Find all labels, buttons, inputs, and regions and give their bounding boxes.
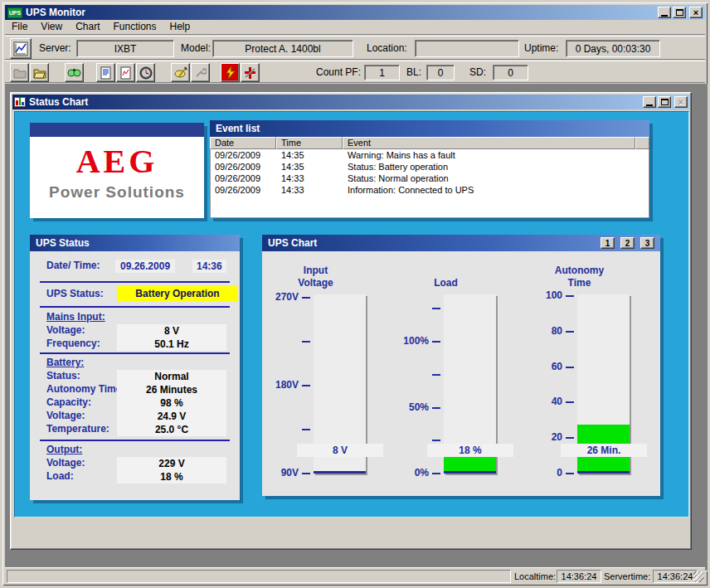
separator bbox=[40, 306, 230, 308]
gauge-tick bbox=[566, 295, 574, 297]
separator bbox=[40, 440, 230, 441]
child-minimize-button[interactable] bbox=[643, 96, 656, 108]
field-value: 18 % bbox=[117, 470, 226, 484]
resize-grip[interactable] bbox=[693, 571, 704, 582]
bl-field[interactable]: 0 bbox=[426, 65, 455, 80]
event-row[interactable]: 09/26/2009 14:33 Information: Connected … bbox=[211, 184, 649, 196]
column-header-event[interactable]: Event bbox=[343, 137, 635, 149]
chart-log-button[interactable] bbox=[116, 63, 135, 82]
open-icon bbox=[13, 67, 27, 79]
chart-tab-1[interactable]: 1 bbox=[601, 237, 615, 249]
gauge-tick-label: 270V bbox=[265, 291, 299, 303]
chart-tab-3[interactable]: 3 bbox=[640, 237, 654, 249]
gauge-autonomy-time: AutonomyTime 100806040200 26 Min. bbox=[529, 256, 630, 474]
column-header-time[interactable]: Time bbox=[276, 137, 343, 149]
field-label: Temperature: bbox=[46, 423, 109, 435]
settings-button[interactable] bbox=[191, 63, 210, 82]
chart-tab-2[interactable]: 2 bbox=[620, 237, 635, 249]
open-folder-button[interactable] bbox=[30, 63, 49, 82]
open-folder-icon bbox=[33, 67, 46, 79]
status-chart-title-bar[interactable]: Status Chart × bbox=[12, 95, 689, 109]
location-field[interactable] bbox=[415, 40, 519, 57]
child-maximize-button[interactable] bbox=[658, 96, 671, 108]
field-value: 25.0 °C bbox=[117, 423, 226, 436]
maximize-button[interactable] bbox=[673, 7, 686, 18]
mdi-area: Status Chart × AEG Power Solutions Event… bbox=[5, 84, 710, 571]
event-list-body[interactable]: 09/26/2009 14:35 Warning: Mains has a fa… bbox=[210, 149, 649, 218]
gauge-title: InputVoltage bbox=[265, 256, 366, 289]
field-value: 8 V bbox=[117, 324, 226, 338]
menu-functions[interactable]: Functions bbox=[106, 20, 163, 34]
gauge-tick bbox=[566, 367, 574, 368]
menu-help[interactable]: Help bbox=[163, 20, 197, 34]
gauge-baseline bbox=[444, 471, 496, 474]
sd-field[interactable]: 0 bbox=[493, 65, 528, 80]
menu-view[interactable]: View bbox=[34, 20, 69, 34]
menu-chart[interactable]: Chart bbox=[69, 20, 106, 34]
gauge-tick-label: 20 bbox=[529, 431, 562, 443]
report-button[interactable] bbox=[96, 63, 115, 82]
child-close-icon: × bbox=[678, 98, 683, 107]
event-date: 09/26/2009 bbox=[211, 149, 277, 161]
count-pf-field[interactable]: 1 bbox=[364, 65, 400, 80]
chart-document-icon bbox=[120, 66, 131, 80]
model-field[interactable]: Protect A. 1400bl bbox=[212, 40, 353, 57]
menu-file[interactable]: File bbox=[5, 20, 34, 34]
column-header-date[interactable]: Date bbox=[210, 137, 276, 149]
field-label: Voltage: bbox=[46, 324, 85, 336]
server-field[interactable]: IXBT bbox=[76, 40, 174, 57]
minimize-button[interactable] bbox=[658, 7, 671, 18]
title-bar[interactable]: UPS UPS Monitor × bbox=[5, 5, 705, 20]
uptime-field[interactable]: 0 Days, 00:03:30 bbox=[566, 40, 660, 57]
gauge-tick bbox=[432, 341, 440, 343]
gauge-tick-label: 60 bbox=[529, 361, 562, 372]
event-row[interactable]: 09/26/2009 14:33 Status: Normal operatio… bbox=[211, 173, 649, 184]
count-pf-label: Count PF: bbox=[316, 66, 361, 78]
separator bbox=[40, 281, 230, 283]
ups-chart-body: InputVoltage 270V180V90V 8 V Load bbox=[262, 251, 660, 496]
close-button[interactable]: × bbox=[689, 7, 703, 18]
child-minimize-icon bbox=[646, 104, 653, 106]
app-icon: UPS bbox=[7, 7, 22, 18]
alarm-button[interactable] bbox=[221, 63, 240, 82]
event-time: 14:35 bbox=[277, 149, 343, 161]
gauge-tick bbox=[302, 429, 310, 430]
localtime-label: Localtime: bbox=[514, 571, 556, 581]
status-chart-icon bbox=[14, 97, 26, 107]
ups-status-value: Battery Operation bbox=[117, 286, 238, 301]
gauge-value-label: 18 % bbox=[427, 444, 513, 457]
gauge-title: AutonomyTime bbox=[529, 256, 630, 289]
field-label: Capacity: bbox=[46, 396, 91, 408]
gauge-tick bbox=[432, 308, 440, 309]
event-text: Status: Normal operation bbox=[343, 173, 649, 184]
scheduler-button[interactable] bbox=[136, 63, 155, 82]
event-row[interactable]: 09/26/2009 14:35 Warning: Mains has a fa… bbox=[211, 149, 649, 161]
localtime-value: 14:36:24 bbox=[557, 570, 601, 583]
status-bar: Localtime: 14:36:24 Servertime: 14:36:24 bbox=[5, 567, 705, 583]
paint-button[interactable] bbox=[171, 63, 190, 82]
ups-status-panel: UPS Status Date/ Time: 09.26.2009 14:36 … bbox=[30, 235, 240, 500]
gauge-tick-label: 100 bbox=[529, 289, 562, 301]
child-maximize-icon bbox=[661, 99, 669, 105]
info-toolbar: Server: IXBT Model: Protect A. 1400bl Lo… bbox=[5, 36, 705, 60]
maximize-icon bbox=[676, 9, 683, 16]
search-button[interactable] bbox=[65, 63, 84, 82]
event-row[interactable]: 09/26/2009 14:35 Status: Battery operati… bbox=[211, 161, 649, 173]
gauge-baseline bbox=[577, 471, 630, 474]
status-chart-title: Status Chart bbox=[29, 96, 641, 108]
mains-heading: Mains Input: bbox=[46, 311, 105, 323]
field-value: 98 % bbox=[117, 396, 226, 410]
gauge-tick bbox=[432, 473, 440, 474]
gauge-tick-label: 0 bbox=[529, 467, 562, 479]
brand-panel: AEG Power Solutions bbox=[30, 123, 204, 218]
open-button[interactable] bbox=[10, 63, 29, 82]
ups-chart-header: UPS Chart 1 2 3 bbox=[262, 235, 660, 251]
chart-view-button[interactable] bbox=[10, 38, 32, 59]
child-close-button[interactable]: × bbox=[674, 96, 688, 108]
field-value: Normal bbox=[117, 370, 226, 383]
gauge-tick bbox=[432, 440, 440, 441]
shutdown-button[interactable] bbox=[241, 63, 260, 82]
window-title: UPS Monitor bbox=[26, 7, 656, 18]
gauge-tick bbox=[566, 437, 574, 439]
close-icon: × bbox=[693, 8, 698, 17]
